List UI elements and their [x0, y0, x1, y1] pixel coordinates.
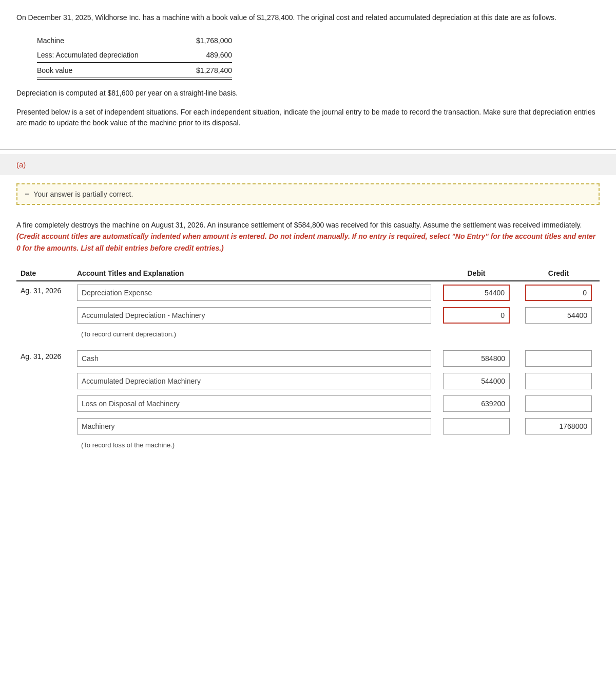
minus-icon: −: [25, 190, 29, 199]
section-a-header: (a): [0, 154, 616, 175]
debit-cell-2[interactable]: [435, 304, 517, 327]
debit-input-3[interactable]: [443, 350, 510, 367]
accum-label: Less: Accumulated depreciation: [37, 51, 139, 59]
date-cell-1: Ag. 31, 2026: [16, 281, 73, 304]
debit-cell-5[interactable]: [435, 392, 517, 415]
section-a-label: (a): [16, 160, 26, 169]
situation-text: A fire completely destroys the machine o…: [0, 213, 616, 258]
account-input-3[interactable]: [77, 350, 431, 367]
date-cell-6: [16, 415, 73, 438]
credit-cell-5[interactable]: [517, 392, 600, 415]
credit-input-3[interactable]: [525, 350, 592, 367]
depreciation-note: Depreciation is computed at $81,600 per …: [16, 88, 600, 99]
credit-cell-1[interactable]: [517, 281, 600, 304]
account-cell-2[interactable]: [73, 304, 435, 327]
debit-input-1[interactable]: [443, 285, 510, 301]
table-row: [16, 304, 600, 327]
table-row-note: (To record current depreciation.): [16, 327, 600, 341]
note-text-1: (To record current depreciation.): [77, 328, 180, 340]
situation-paragraph: A fire completely destroys the machine o…: [16, 219, 600, 254]
credit-input-6[interactable]: [525, 418, 592, 434]
account-input-5[interactable]: [77, 395, 431, 412]
credit-cell-6[interactable]: [517, 415, 600, 438]
note-cell-1: (To record current depreciation.): [73, 327, 600, 341]
partial-correct-text: Your answer is partially correct.: [33, 190, 133, 198]
account-cell-5[interactable]: [73, 392, 435, 415]
debit-cell-3[interactable]: [435, 347, 517, 370]
table-row: [16, 415, 600, 438]
debit-cell-6[interactable]: [435, 415, 517, 438]
table-row: [16, 370, 600, 392]
bookvalue-value: $1,278,400: [181, 66, 232, 74]
table-row: Ag. 31, 2026: [16, 347, 600, 370]
date-cell-3: Ag. 31, 2026: [16, 347, 73, 370]
debit-input-6[interactable]: [443, 418, 510, 434]
table-row-note: (To record loss of the machine.): [16, 438, 600, 452]
credit-input-4[interactable]: [525, 373, 592, 389]
note-text-2: (To record loss of the machine.): [77, 439, 179, 451]
date-cell-5: [16, 392, 73, 415]
accum-value: 489,600: [181, 51, 232, 59]
account-cell-4[interactable]: [73, 370, 435, 392]
balance-row-accum: Less: Accumulated depreciation 489,600: [37, 48, 232, 62]
red-instruction: (Credit account titles are automatically…: [16, 232, 595, 252]
header-date: Date: [16, 266, 73, 281]
balance-row-machine: Machine $1,768,000: [37, 33, 232, 48]
table-header-row: Date Account Titles and Explanation Debi…: [16, 266, 600, 281]
credit-input-5[interactable]: [525, 395, 592, 412]
date-note-1: [16, 327, 73, 341]
account-cell-3[interactable]: [73, 347, 435, 370]
credit-input-2[interactable]: [525, 307, 592, 324]
account-cell-1[interactable]: [73, 281, 435, 304]
credit-cell-2[interactable]: [517, 304, 600, 327]
credit-cell-3[interactable]: [517, 347, 600, 370]
machine-value: $1,768,000: [181, 36, 232, 45]
section-divider: [0, 149, 616, 150]
intro-text: On December 31, 2025, Wildhorse Inc. has…: [16, 12, 600, 23]
balance-row-bookvalue: Book value $1,278,400: [37, 62, 232, 80]
account-input-6[interactable]: [77, 418, 431, 434]
debit-cell-4[interactable]: [435, 370, 517, 392]
account-input-2[interactable]: [77, 307, 431, 324]
row-spacer: [16, 341, 600, 347]
partial-correct-box: − Your answer is partially correct.: [16, 183, 600, 205]
date-cell-4: [16, 370, 73, 392]
debit-input-2[interactable]: [443, 307, 510, 324]
table-row: [16, 392, 600, 415]
instructions-text: Presented below is a set of independent …: [16, 107, 600, 128]
bookvalue-label: Book value: [37, 66, 72, 74]
debit-cell-1[interactable]: [435, 281, 517, 304]
header-debit: Debit: [435, 266, 517, 281]
date-cell-2: [16, 304, 73, 327]
machine-label: Machine: [37, 36, 64, 45]
credit-cell-4[interactable]: [517, 370, 600, 392]
journal-table: Date Account Titles and Explanation Debi…: [16, 266, 600, 452]
balance-table: Machine $1,768,000 Less: Accumulated dep…: [37, 33, 232, 80]
note-cell-2: (To record loss of the machine.): [73, 438, 600, 452]
date-note-2: [16, 438, 73, 452]
table-row: Ag. 31, 2026: [16, 281, 600, 304]
header-credit: Credit: [517, 266, 600, 281]
account-cell-6[interactable]: [73, 415, 435, 438]
account-input-4[interactable]: [77, 373, 431, 389]
credit-input-1[interactable]: [525, 285, 592, 301]
debit-input-4[interactable]: [443, 373, 510, 389]
account-input-1[interactable]: [77, 285, 431, 301]
debit-input-5[interactable]: [443, 395, 510, 412]
header-account: Account Titles and Explanation: [73, 266, 435, 281]
situation-main-text: A fire completely destroys the machine o…: [16, 221, 582, 229]
